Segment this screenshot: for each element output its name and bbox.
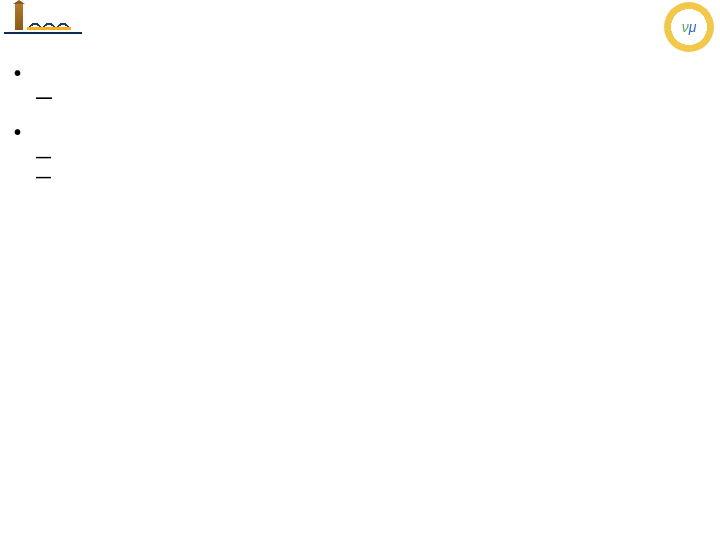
bullet-1: • xyxy=(14,62,706,85)
lab-logo-label xyxy=(4,32,82,34)
collab-logo: νμ xyxy=(664,2,714,52)
bullet-2: • xyxy=(14,121,706,144)
slide-body: • — • — — xyxy=(14,62,706,195)
bullet-2-sub1: — xyxy=(36,148,706,167)
lab-logo xyxy=(4,4,82,34)
bullet-2-sub2: — xyxy=(36,167,706,187)
bullet-1-sub: — xyxy=(36,89,706,107)
